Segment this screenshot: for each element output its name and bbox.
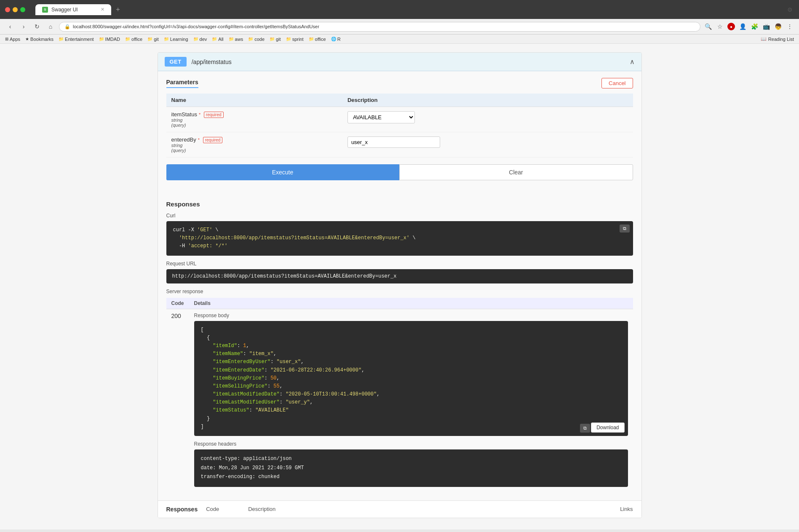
folder-icon: 📁	[59, 37, 64, 41]
endpoint-header[interactable]: GET /app/itemstatus ∧	[158, 53, 641, 71]
all-bookmark[interactable]: 📁 All	[212, 37, 223, 42]
itemstatus-select[interactable]: AVAILABLE UNAVAILABLE	[347, 111, 415, 123]
active-tab[interactable]: S Swagger UI ✕	[35, 4, 111, 15]
folder-icon6: 📁	[193, 37, 198, 41]
curl-line3: -H 'accept: */*'	[173, 242, 626, 250]
maximize-window-button[interactable]	[20, 7, 25, 12]
description-column-header: Description	[342, 94, 633, 107]
parameters-section: Parameters Cancel Name Description ite	[158, 71, 641, 194]
cast-icon[interactable]: 📺	[762, 22, 770, 31]
swagger-panel: GET /app/itemstatus ∧ Parameters Cancel …	[158, 52, 642, 518]
response-body-label: Response body	[194, 313, 628, 318]
response-body-block: ⧉ Download [ { "itemId": 1, "itemName": …	[194, 321, 628, 436]
parameters-table: Name Description itemStatus* required st…	[166, 94, 633, 158]
required-asterisk2: *	[198, 137, 200, 142]
curl-label: Curl	[166, 213, 633, 219]
forward-button[interactable]: ›	[19, 21, 29, 32]
required-label2: required	[203, 137, 223, 143]
folder-icon8: 📁	[229, 37, 234, 41]
param-location2: (query)	[171, 148, 337, 153]
shield-icon: ●	[727, 23, 735, 30]
copy-body-button[interactable]: ⧉	[580, 424, 590, 433]
param-row-enteredby: enteredBy* required string (query)	[166, 132, 633, 158]
git-bookmark1[interactable]: 📁 git	[147, 37, 159, 42]
main-content: GET /app/itemstatus ∧ Parameters Cancel …	[0, 44, 799, 529]
profile-icon[interactable]: 👤	[738, 22, 747, 31]
server-response-section: Server response Code Details 200 Respons…	[166, 289, 633, 490]
browser-toolbar-right: ⚙	[786, 5, 794, 14]
apps-bookmark[interactable]: ⊞ Apps	[5, 37, 20, 42]
traffic-lights	[5, 7, 25, 12]
folder-icon4: 📁	[147, 37, 152, 41]
bottom-responses-header: Responses Code Description Links	[166, 506, 633, 513]
folder-icon7: 📁	[212, 37, 217, 41]
folder-icon5: 📁	[164, 37, 169, 41]
param-row-itemstatus: itemStatus* required string (query) AVAI…	[166, 107, 633, 132]
responses-section: Responses Curl ⧉ curl -X 'GET' \ 'http:/…	[158, 194, 641, 500]
response-json: [ { "itemId": 1, "itemName": "item_x", "…	[201, 326, 621, 431]
dev-bookmark[interactable]: 📁 dev	[193, 37, 207, 42]
office-bookmark2[interactable]: 📁 office	[309, 37, 326, 42]
folder-icon10: 📁	[270, 37, 275, 41]
back-button[interactable]: ‹	[5, 21, 15, 32]
param-name-enteredby: enteredBy* required	[171, 136, 337, 143]
user-avatar-icon[interactable]: 👦	[774, 22, 782, 31]
copy-curl-button[interactable]: ⧉	[620, 225, 630, 233]
name-column-header: Name	[166, 94, 342, 107]
cancel-button[interactable]: Cancel	[601, 78, 633, 88]
git-bookmark2[interactable]: 📁 git	[270, 37, 281, 42]
bottom-description-col: Description	[248, 506, 620, 513]
new-tab-button[interactable]: ＋	[113, 3, 123, 16]
collapse-icon[interactable]: ∧	[630, 58, 635, 66]
folder-icon11: 📁	[286, 37, 291, 41]
tab-close-button[interactable]: ✕	[101, 7, 104, 12]
search-icon[interactable]: 🔍	[704, 22, 712, 31]
address-bar[interactable]: 🔒 localhost:8000/swagger-ui/index.html?c…	[59, 22, 700, 32]
curl-block: ⧉ curl -X 'GET' \ 'http://localhost:8000…	[166, 221, 633, 256]
office-bookmark1[interactable]: 📁 GET office	[125, 37, 142, 42]
curl-line2: 'http://localhost:8000/app/itemstatus?it…	[173, 234, 626, 242]
browser-window: S Swagger UI ✕ ＋ ⚙ ‹ › ↻ ⌂ 🔒 localhost:8…	[0, 0, 799, 44]
clear-button[interactable]: Clear	[399, 164, 633, 180]
extensions-icon2[interactable]: 🧩	[750, 22, 759, 31]
imdad-bookmark[interactable]: 📁 IMDAD	[99, 37, 120, 42]
folder-icon9: 📁	[248, 37, 253, 41]
close-window-button[interactable]	[5, 7, 10, 12]
minimize-window-button[interactable]	[13, 7, 18, 12]
response-table: Code Details 200 Response body ⧉ Downloa	[166, 298, 633, 490]
bookmarks-bar: ⊞ Apps ★ Bookmarks 📁 Entertainment 📁 IMD…	[0, 35, 799, 44]
download-button[interactable]: Download	[591, 422, 624, 433]
r-bookmark[interactable]: 🌐 R	[331, 37, 341, 42]
refresh-button[interactable]: ↻	[32, 21, 42, 32]
code-bookmark[interactable]: 📁 code	[248, 37, 265, 42]
param-location1: (query)	[171, 123, 337, 128]
browser-controls: ‹ › ↻ ⌂ 🔒 localhost:8000/swagger-ui/inde…	[0, 19, 799, 35]
bookmark-star-icon[interactable]: ☆	[716, 22, 724, 31]
param-name-itemstatus: itemStatus* required	[171, 111, 337, 118]
extensions-icon[interactable]: ⚙	[786, 5, 794, 14]
title-bar: S Swagger UI ✕ ＋ ⚙	[0, 0, 799, 19]
folder-icon3: 📁	[125, 37, 130, 41]
bottom-code-col: Code	[206, 506, 240, 513]
tab-bar: S Swagger UI ✕ ＋	[32, 3, 782, 16]
params-header: Parameters Cancel	[166, 78, 633, 88]
learning-bookmark[interactable]: 📁 Learning	[164, 37, 188, 42]
request-url-label: Request URL	[166, 261, 633, 267]
response-details-200: Response body ⧉ Download [ { "itemId": 1…	[189, 309, 633, 490]
aws-bookmark[interactable]: 📁 aws	[229, 37, 243, 42]
bookmarks-folder[interactable]: ★ Bookmarks	[25, 37, 53, 42]
home-button[interactable]: ⌂	[45, 21, 56, 32]
param-type2: string	[171, 143, 337, 148]
response-row-200: 200 Response body ⧉ Download [ {	[166, 309, 633, 490]
entertainment-bookmark[interactable]: 📁 Entertainment	[59, 37, 94, 42]
folder-icon12: 📁	[309, 37, 314, 41]
execute-button[interactable]: Execute	[166, 164, 399, 180]
bottom-responses: Responses Code Description Links	[158, 500, 641, 518]
reading-list[interactable]: 📖 Reading List	[761, 36, 794, 42]
sprint-bookmark[interactable]: 📁 sprint	[286, 37, 304, 42]
more-options-icon[interactable]: ⋮	[786, 22, 794, 31]
bottom-links-col: Links	[620, 506, 633, 513]
curl-section: Curl ⧉ curl -X 'GET' \ 'http://localhost…	[166, 213, 633, 256]
curl-line1: curl -X 'GET' \	[173, 226, 626, 234]
enteredby-input[interactable]	[347, 136, 440, 148]
